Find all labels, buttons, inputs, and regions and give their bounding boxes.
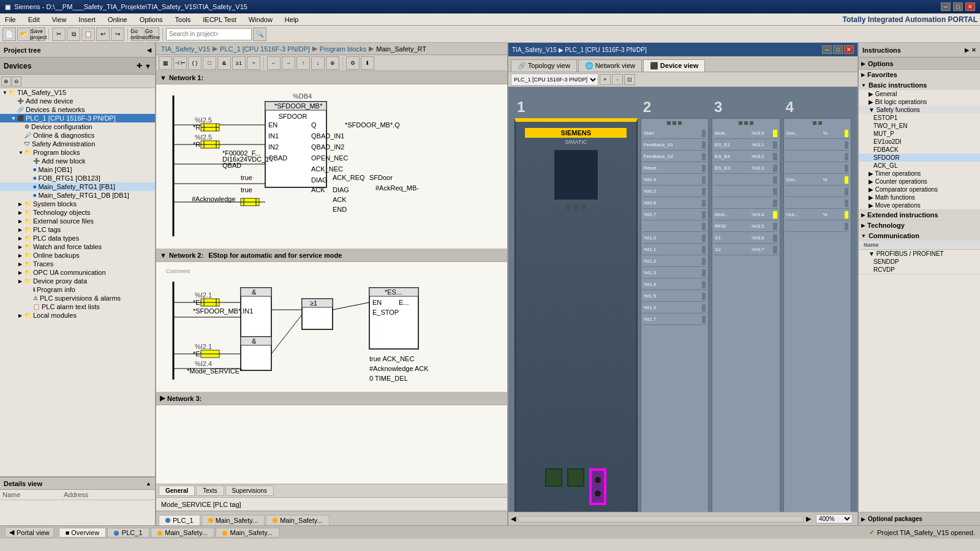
paste-button[interactable]: 📋	[81, 28, 95, 41]
editor-tab-plc1[interactable]: PLC_1	[159, 515, 200, 525]
go-offline-button[interactable]: Go offline	[146, 28, 159, 41]
options-expand[interactable]: ▶	[861, 61, 865, 67]
tree-item-tech-objects[interactable]: ▶ 📁 Technology objects	[0, 208, 155, 217]
save-project-button[interactable]: Save project	[32, 28, 45, 41]
prop-tab-general[interactable]: General	[159, 485, 195, 496]
tree-item-plc1[interactable]: ▼ ⬛ PLC_1 [CPU 1516F-3 PN/DP]	[0, 114, 155, 122]
editor-btn-branch[interactable]: &	[217, 56, 231, 70]
collapse-tree-button[interactable]: ◀	[147, 47, 151, 53]
technology-header[interactable]: ▶ Technology	[859, 220, 980, 230]
editor-compile[interactable]: ⚙	[346, 56, 360, 70]
zoom-fit-button[interactable]: ⊡	[624, 74, 635, 85]
editor-btn-plus[interactable]: ⊕	[326, 56, 339, 70]
device-close-button[interactable]: ✕	[844, 45, 854, 54]
tree-item-plc-alarm-text[interactable]: 📋 PLC alarm text lists	[0, 302, 155, 311]
editor-download[interactable]: ⬇	[361, 56, 374, 70]
collapse-icon[interactable]: ▶	[160, 394, 165, 402]
search-button[interactable]: 🔍	[253, 28, 266, 41]
tree-item-main-safety-rtg1-db[interactable]: ■ Main_Safety_RTG1_DB [DB1]	[0, 191, 155, 200]
bc-item-3[interactable]: Program blocks	[320, 45, 366, 53]
menu-file[interactable]: File	[2, 15, 18, 24]
inst-safety[interactable]: ▼ Safety functions	[859, 106, 980, 114]
minimize-button[interactable]: ─	[941, 2, 951, 11]
tree-item-local-modules[interactable]: ▶ 📁 Local modules	[0, 311, 155, 320]
tree-item-plc-tags[interactable]: ▶ 📁 PLC tags	[0, 225, 155, 234]
bc-item-1[interactable]: TIA_Safety_V15	[161, 45, 210, 53]
collapse-icon[interactable]: ▼	[160, 252, 167, 259]
tree-item-program-blocks[interactable]: ▼ 📁 Program blocks	[0, 148, 155, 157]
editor-btn-coil[interactable]: ( )	[188, 56, 202, 70]
prop-tab-texts[interactable]: Texts	[196, 485, 224, 496]
inst-comparator[interactable]: ▶ Comparator operations	[859, 186, 980, 193]
tree-btn-1[interactable]: ⊕	[1, 77, 11, 86]
inst-ev1oo2di[interactable]: EV1oo2DI	[859, 138, 980, 146]
tree-btn-2[interactable]: ⊖	[12, 77, 21, 86]
statusbar-tab-plc1[interactable]: PLC_1	[107, 528, 149, 538]
details-collapse[interactable]: ▲	[146, 481, 151, 487]
zoom-in-button[interactable]: +	[600, 74, 611, 85]
menu-insert[interactable]: Insert	[76, 15, 98, 24]
maximize-button[interactable]: □	[953, 2, 963, 11]
inst-two-h-en[interactable]: TWO_H_EN	[859, 122, 980, 130]
inst-move[interactable]: ▶ Move operations	[859, 201, 980, 209]
editor-btn-contact[interactable]: ⊣ ⊢	[173, 56, 187, 70]
right-scroll-btn[interactable]: ▶	[806, 515, 811, 523]
editor-btn-left[interactable]: ←	[267, 56, 281, 70]
basic-header[interactable]: ▼ Basic instructions	[859, 80, 980, 90]
statusbar-tab-main-safety-2[interactable]: Main_Safety...	[216, 528, 279, 538]
editor-btn-right[interactable]: →	[282, 56, 295, 70]
inst-rcvdp[interactable]: RCVDP	[859, 266, 980, 274]
instructions-expand[interactable]: ▶	[965, 47, 969, 53]
editor-btn-down[interactable]: ↓	[311, 56, 325, 70]
device-maximize-button[interactable]: □	[833, 45, 843, 54]
tree-item-plc-data-types[interactable]: ▶ 📁 PLC data types	[0, 234, 155, 242]
instructions-close[interactable]: ✕	[971, 47, 976, 53]
tree-item-traces[interactable]: ▶ 📁 Traces	[0, 260, 155, 268]
bc-item-2[interactable]: PLC_1 [CPU 1516F-3 PN/DP]	[220, 45, 310, 53]
tree-item-online-diag[interactable]: 🔎 Online & diagnostics	[0, 131, 155, 140]
tree-item-add-device[interactable]: ➕ Add new device	[0, 97, 155, 105]
prop-tab-supervisions[interactable]: Supervisions	[225, 485, 274, 496]
cut-button[interactable]: ✂	[52, 28, 66, 41]
statusbar-tab-overview[interactable]: ■ Overview	[59, 528, 106, 538]
tree-item-device-config[interactable]: ⚙ Device configuration	[0, 122, 155, 131]
inst-senddp[interactable]: SENDDP	[859, 258, 980, 266]
inst-sfdoor[interactable]: SFDOOR	[859, 154, 980, 162]
editor-btn-box[interactable]: □	[203, 56, 216, 70]
collapse-icon[interactable]: ▼	[160, 74, 167, 81]
add-icon[interactable]: ✚	[137, 62, 142, 70]
inst-general[interactable]: ▶ General	[859, 90, 980, 98]
search-input[interactable]	[166, 28, 252, 40]
copy-button[interactable]: ⧉	[67, 28, 80, 41]
tree-item-external-sources[interactable]: ▶ 📁 External source files	[0, 217, 155, 225]
extended-header[interactable]: ▶ Extended instructions	[859, 210, 980, 220]
tree-item-add-block[interactable]: ➕ Add new block	[0, 157, 155, 165]
menu-iecpl-test[interactable]: IECPL Test	[200, 15, 238, 24]
close-button[interactable]: ✕	[965, 2, 975, 11]
editor-btn-ge1[interactable]: ≥1	[232, 56, 246, 70]
left-scroll-btn[interactable]: ◀	[511, 515, 516, 523]
statusbar-tab-main-safety-1[interactable]: Main_Safety...	[151, 528, 214, 538]
inst-estop1[interactable]: ESTOP1	[859, 114, 980, 122]
zoom-select[interactable]: 400% 200% 100%	[816, 514, 853, 523]
tree-item-device-proxy[interactable]: ▶ 📁 Device proxy data	[0, 277, 155, 285]
tab-topology-view[interactable]: 🔗 Topology view	[511, 59, 577, 72]
tree-item-system-blocks[interactable]: ▶ 📁 System blocks	[0, 200, 155, 208]
menu-edit[interactable]: Edit	[26, 15, 42, 24]
inst-profibus-profinet[interactable]: ▼ PROFIBUS / PROFINET	[859, 250, 980, 258]
tab-device-view[interactable]: ⬛ Device view	[643, 59, 705, 72]
tab-network-view[interactable]: 🌐 Network view	[578, 59, 642, 72]
editor-btn-up[interactable]: ↑	[296, 56, 310, 70]
new-button[interactable]: 📄	[2, 28, 16, 41]
tree-item-online-backups[interactable]: ▶ 📁 Online backups	[0, 251, 155, 260]
filter-icon[interactable]: ▼	[145, 62, 151, 70]
device-selector[interactable]: PLC_1 [CPU 1516F-3 PN/DP]	[511, 73, 598, 86]
tree-item-main-ob1[interactable]: ■ Main [OB1]	[0, 165, 155, 174]
device-minimize-button[interactable]: ─	[822, 45, 832, 54]
menu-help[interactable]: Help	[282, 15, 301, 24]
menu-online[interactable]: Online	[105, 15, 130, 24]
menu-window[interactable]: Window	[246, 15, 275, 24]
scroll-bar[interactable]	[518, 516, 804, 522]
inst-mut-p[interactable]: MUT_P	[859, 130, 980, 138]
tree-item-devices-networks[interactable]: 🔗 Devices & networks	[0, 105, 155, 114]
